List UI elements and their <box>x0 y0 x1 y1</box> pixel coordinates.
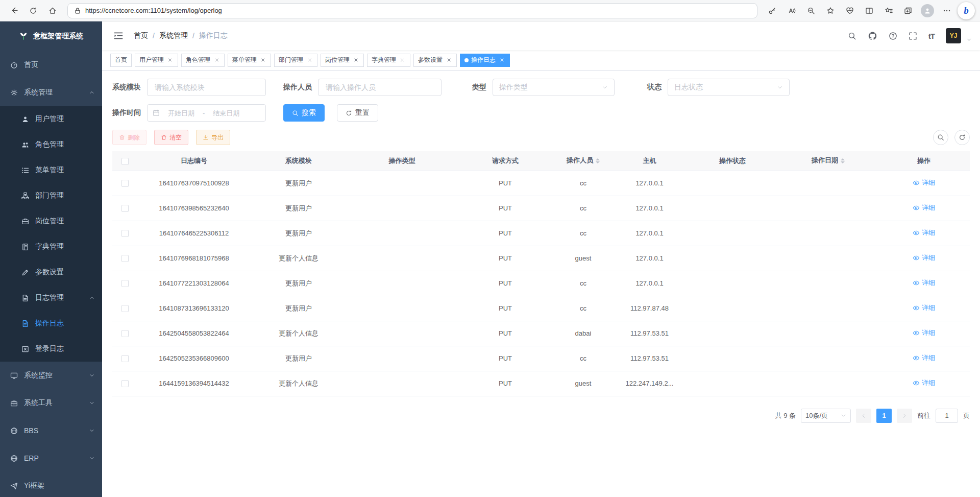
read-aloud-button[interactable] <box>783 2 800 19</box>
date-range-picker[interactable]: - <box>147 104 266 122</box>
tab-role-mgmt[interactable]: 角色管理 <box>181 54 225 67</box>
collections-button[interactable] <box>899 2 917 19</box>
detail-link[interactable]: 详细 <box>913 278 935 288</box>
address-bar[interactable]: https://ccnetcore.com:1101/system/log/op… <box>67 3 757 18</box>
sort-carets-icon[interactable] <box>841 156 845 165</box>
detail-link[interactable]: 详细 <box>913 328 935 338</box>
row-checkbox[interactable] <box>121 180 129 187</box>
tab-post-mgmt[interactable]: 岗位管理 <box>321 54 364 67</box>
sidebar-item-bbs[interactable]: BBS <box>0 417 102 444</box>
sort-carets-icon[interactable] <box>596 156 600 165</box>
page-size-select[interactable]: 10条/页 <box>801 409 851 423</box>
tab-dict-mgmt[interactable]: 字典管理 <box>367 54 410 67</box>
detail-link[interactable]: 详细 <box>913 378 935 388</box>
sidebar-item-erp[interactable]: ERP <box>0 444 102 472</box>
detail-link[interactable]: 详细 <box>913 353 935 363</box>
more-options-button[interactable] <box>938 2 955 19</box>
table-row[interactable]: 1641076370975100928 更新用户 PUT cc 127.0.0.… <box>112 171 970 196</box>
row-checkbox[interactable] <box>121 305 129 312</box>
delete-button[interactable]: 删除 <box>112 130 146 145</box>
split-screen-button[interactable] <box>861 2 878 19</box>
close-icon[interactable] <box>445 57 452 64</box>
goto-page-input[interactable] <box>936 409 958 423</box>
row-checkbox[interactable] <box>121 205 129 212</box>
fontsize-button[interactable]: tT <box>928 32 935 40</box>
detail-link[interactable]: 详细 <box>913 228 935 238</box>
reset-button[interactable]: 重置 <box>337 104 378 122</box>
table-row[interactable]: 1641076968181075968 更新个人信息 PUT guest 127… <box>112 246 970 271</box>
prev-page-button[interactable] <box>856 409 871 423</box>
bing-copilot-button[interactable]: b <box>958 2 975 19</box>
row-checkbox[interactable] <box>121 255 129 262</box>
tab-menu-mgmt[interactable]: 菜单管理 <box>228 54 271 67</box>
detail-link[interactable]: 详细 <box>913 203 935 212</box>
start-date-input[interactable] <box>163 109 200 117</box>
sidebar-item-log-mgmt[interactable]: 日志管理 <box>0 285 102 311</box>
col-operator[interactable]: 操作人员 <box>554 151 612 171</box>
table-row[interactable]: 1641076465225306112 更新用户 PUT cc 127.0.0.… <box>112 221 970 246</box>
row-checkbox[interactable] <box>121 230 129 237</box>
breadcrumb-home[interactable]: 首页 <box>134 31 148 40</box>
close-icon[interactable] <box>306 57 313 64</box>
row-checkbox[interactable] <box>121 280 129 287</box>
back-button[interactable] <box>5 2 22 19</box>
refresh-button[interactable] <box>24 2 42 19</box>
sidebar-item-dict-mgmt[interactable]: 字典管理 <box>0 234 102 259</box>
tab-user-mgmt[interactable]: 用户管理 <box>135 54 178 67</box>
sidebar-item-post-mgmt[interactable]: 岗位管理 <box>0 208 102 234</box>
type-select[interactable]: 操作类型 <box>493 79 615 96</box>
status-select[interactable]: 日志状态 <box>668 79 790 96</box>
module-input[interactable] <box>147 79 266 96</box>
sidebar-item-menu-mgmt[interactable]: 菜单管理 <box>0 157 102 183</box>
sidebar-item-param-settings[interactable]: 参数设置 <box>0 259 102 285</box>
table-row[interactable]: 1642504558053822464 更新个人信息 PUT dabai 112… <box>112 321 970 346</box>
operator-input[interactable] <box>318 79 442 96</box>
table-row[interactable]: 1644159136394514432 更新个人信息 PUT guest 122… <box>112 371 970 396</box>
refresh-table-button[interactable] <box>954 130 970 145</box>
home-button[interactable] <box>44 2 61 19</box>
sidebar-item-home[interactable]: 首页 <box>0 51 102 79</box>
user-avatar[interactable]: YJ <box>946 28 961 43</box>
table-row[interactable]: 1641077221303128064 更新用户 PUT cc 127.0.0.… <box>112 271 970 296</box>
clear-button[interactable]: 清空 <box>154 130 188 145</box>
table-row[interactable]: 1641076398565232640 更新用户 PUT cc 127.0.0.… <box>112 196 970 221</box>
tab-home[interactable]: 首页 <box>110 54 132 67</box>
sidebar-item-dept-mgmt[interactable]: 部门管理 <box>0 183 102 208</box>
help-button[interactable] <box>889 32 897 40</box>
table-row[interactable]: 1641087313696133120 更新用户 PUT cc 112.97.8… <box>112 296 970 321</box>
close-icon[interactable] <box>399 57 406 64</box>
col-date[interactable]: 操作日期 <box>778 151 878 171</box>
favorites-add-button[interactable] <box>822 2 839 19</box>
select-all-checkbox[interactable] <box>121 158 129 165</box>
sidebar-item-yi-framework[interactable]: Yi框架 <box>0 472 102 497</box>
browser-profile-button[interactable] <box>919 2 936 19</box>
favorites-button[interactable] <box>880 2 897 19</box>
browser-essentials-button[interactable] <box>841 2 859 19</box>
row-checkbox[interactable] <box>121 380 129 387</box>
end-date-input[interactable] <box>208 109 244 117</box>
sidebar-item-user-mgmt[interactable]: 用户管理 <box>0 106 102 132</box>
fullscreen-button[interactable] <box>909 32 917 40</box>
row-checkbox[interactable] <box>121 330 129 337</box>
close-icon[interactable] <box>259 57 266 64</box>
github-button[interactable] <box>868 31 877 41</box>
detail-link[interactable]: 详细 <box>913 253 935 263</box>
app-logo[interactable]: 意框架管理系统 <box>0 21 102 51</box>
tab-operation-log[interactable]: 操作日志 <box>460 54 510 67</box>
close-icon[interactable] <box>166 57 174 64</box>
export-button[interactable]: 导出 <box>196 130 230 145</box>
toggle-search-button[interactable] <box>933 130 948 145</box>
close-icon[interactable] <box>352 57 359 64</box>
sidebar-item-system-tools[interactable]: 系统工具 <box>0 389 102 417</box>
close-icon[interactable] <box>213 57 220 64</box>
close-icon[interactable] <box>498 57 505 64</box>
row-checkbox[interactable] <box>121 355 129 362</box>
sidebar-item-role-mgmt[interactable]: 角色管理 <box>0 132 102 157</box>
tab-dept-mgmt[interactable]: 部门管理 <box>274 54 317 67</box>
tab-param-settings[interactable]: 参数设置 <box>413 54 457 67</box>
detail-link[interactable]: 详细 <box>913 178 935 187</box>
search-button[interactable]: 搜索 <box>283 104 325 122</box>
next-page-button[interactable] <box>897 409 912 423</box>
password-key-button[interactable] <box>764 2 781 19</box>
table-row[interactable]: 1642505235366809600 更新用户 PUT cc 112.97.5… <box>112 346 970 371</box>
